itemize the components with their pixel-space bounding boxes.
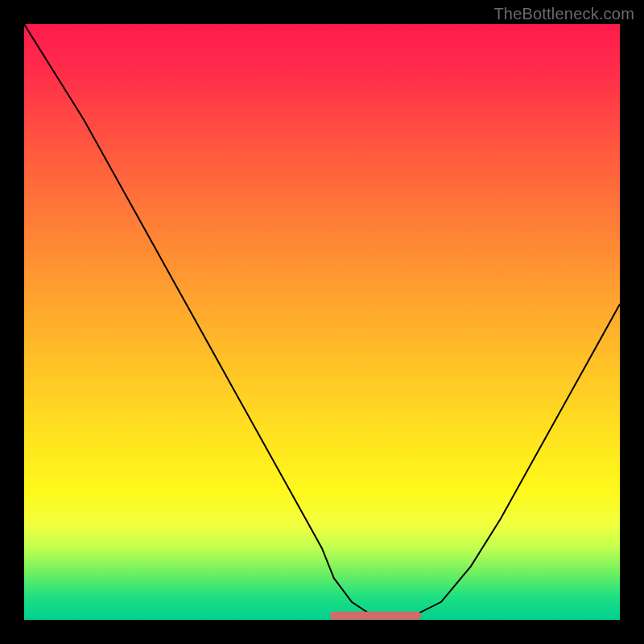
plot-area [24, 24, 620, 620]
watermark-text: TheBottleneck.com [493, 5, 634, 23]
chart-frame: TheBottleneck.com [0, 0, 644, 644]
curve-svg [24, 24, 620, 620]
bottleneck-curve [24, 24, 620, 617]
